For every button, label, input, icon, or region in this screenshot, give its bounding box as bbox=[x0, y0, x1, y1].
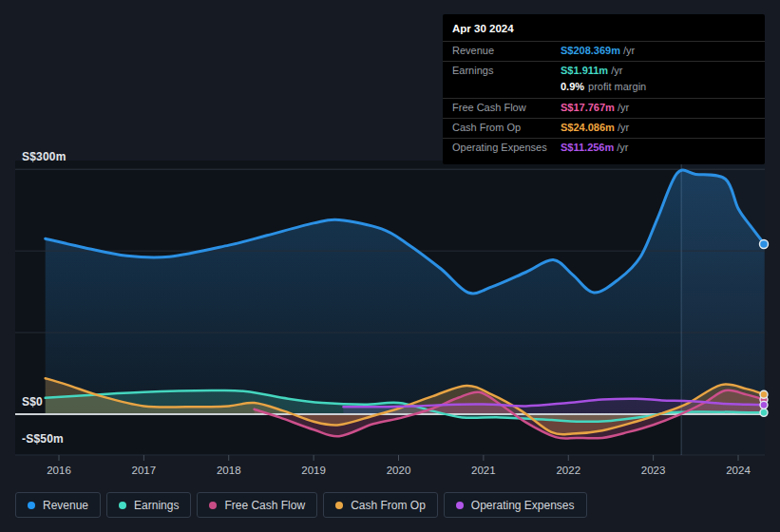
x-axis-label-2020: 2020 bbox=[377, 465, 421, 476]
tooltip-value: S$1.911m bbox=[561, 65, 608, 78]
legend-label: Operating Expenses bbox=[471, 499, 575, 512]
tooltip-label: Free Cash Flow bbox=[452, 102, 561, 115]
x-axis-label-2024: 2024 bbox=[716, 465, 760, 476]
operating-expenses-dot-icon bbox=[456, 502, 464, 509]
tooltip-row-free-cash-flow: Free Cash Flow S$17.767m /yr bbox=[443, 98, 765, 118]
tooltip-unit: /yr bbox=[617, 142, 628, 155]
tooltip-value: S$11.256m bbox=[561, 142, 614, 155]
tooltip-row-revenue: Revenue S$208.369m /yr bbox=[443, 41, 765, 61]
x-axis-label-2019: 2019 bbox=[292, 465, 335, 476]
earnings-dot-icon bbox=[119, 502, 126, 509]
x-axis-label-2018: 2018 bbox=[207, 465, 251, 476]
tooltip-label: Earnings bbox=[452, 65, 561, 78]
earnings-end-marker bbox=[760, 408, 768, 416]
tooltip-unit: /yr bbox=[611, 65, 622, 78]
tooltip-value: S$24.086m bbox=[561, 122, 615, 135]
legend-item-revenue[interactable]: Revenue bbox=[15, 492, 101, 518]
chart-tooltip: Apr 30 2024 Revenue S$208.369m /yr Earni… bbox=[443, 14, 765, 164]
chart-legend: Revenue Earnings Free Cash Flow Cash Fro… bbox=[15, 492, 587, 518]
cash-from-op-end-marker bbox=[760, 390, 768, 398]
tooltip-label: Cash From Op bbox=[452, 122, 561, 135]
legend-item-earnings[interactable]: Earnings bbox=[106, 492, 191, 518]
profit-margin-label: profit margin bbox=[588, 81, 646, 92]
tooltip-label: Operating Expenses bbox=[452, 142, 561, 155]
tooltip-label: Revenue bbox=[452, 45, 561, 58]
x-axis-label-2017: 2017 bbox=[122, 465, 165, 476]
tooltip-unit: /yr bbox=[623, 45, 635, 58]
x-axis-label-2023: 2023 bbox=[632, 465, 675, 476]
legend-label: Revenue bbox=[43, 499, 88, 512]
legend-label: Free Cash Flow bbox=[224, 499, 305, 512]
legend-item-free-cash-flow[interactable]: Free Cash Flow bbox=[197, 492, 317, 518]
profit-margin-value: 0.9% bbox=[561, 81, 584, 92]
cash-from-op-dot-icon bbox=[335, 502, 343, 509]
tooltip-value: S$17.767m bbox=[561, 102, 615, 115]
revenue-dot-icon bbox=[28, 502, 35, 509]
x-axis-label-2016: 2016 bbox=[37, 465, 81, 476]
free-cash-flow-dot-icon bbox=[209, 502, 217, 509]
financials-chart-screen: S$300m S$0 -S$50m 2016201720182019202020… bbox=[0, 0, 780, 532]
x-axis-label-2021: 2021 bbox=[462, 465, 505, 476]
legend-label: Cash From Op bbox=[351, 499, 426, 512]
tooltip-unit: /yr bbox=[618, 102, 629, 115]
legend-label: Earnings bbox=[134, 499, 179, 512]
tooltip-profit-margin: 0.9%profit margin bbox=[443, 81, 765, 99]
y-axis-label-0: S$0 bbox=[22, 395, 43, 408]
tooltip-date: Apr 30 2024 bbox=[443, 14, 765, 41]
tooltip-row-earnings: Earnings S$1.911m /yr 0.9%profit margin bbox=[443, 61, 765, 99]
tooltip-row-cash-from-op: Cash From Op S$24.086m /yr bbox=[443, 118, 765, 138]
y-axis-label-300m: S$300m bbox=[22, 150, 67, 163]
tooltip-value: S$208.369m bbox=[561, 45, 620, 58]
legend-item-operating-expenses[interactable]: Operating Expenses bbox=[444, 492, 587, 518]
legend-item-cash-from-op[interactable]: Cash From Op bbox=[323, 492, 438, 518]
tooltip-unit: /yr bbox=[618, 122, 629, 135]
operating-expenses-end-marker bbox=[760, 401, 768, 408]
y-axis-label-neg50m: -S$50m bbox=[22, 432, 64, 446]
tooltip-row-operating-expenses: Operating Expenses S$11.256m /yr bbox=[443, 138, 765, 158]
revenue-end-marker bbox=[760, 239, 769, 248]
x-axis-label-2022: 2022 bbox=[546, 465, 590, 476]
